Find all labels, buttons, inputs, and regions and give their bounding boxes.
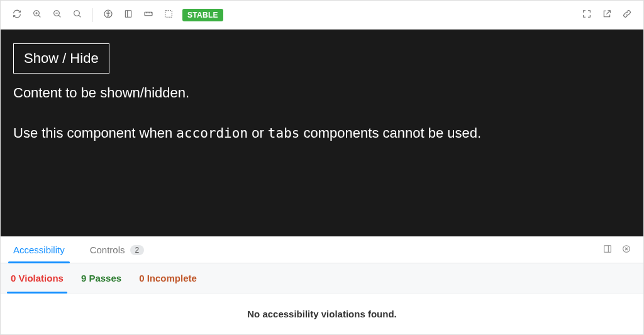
hint-code-1: accordion bbox=[176, 126, 248, 141]
hint-prefix: Use this component when bbox=[13, 125, 176, 141]
remount-button[interactable] bbox=[7, 5, 27, 25]
viewport-icon bbox=[123, 9, 133, 21]
show-hide-button[interactable]: Show / Hide bbox=[13, 43, 109, 74]
outline-tool-button[interactable] bbox=[158, 5, 179, 25]
accessibility-empty-state: No accessibility violations found. bbox=[1, 294, 643, 334]
a11y-tab-incomplete[interactable]: 0 Incomplete bbox=[139, 263, 197, 293]
svg-point-4 bbox=[108, 11, 109, 13]
zoom-reset-icon bbox=[72, 9, 82, 21]
fullscreen-button[interactable] bbox=[577, 5, 597, 25]
addons-hide-button[interactable] bbox=[617, 241, 636, 260]
open-external-icon bbox=[602, 9, 612, 21]
sync-icon bbox=[12, 9, 22, 21]
link-icon bbox=[622, 9, 632, 21]
svg-rect-7 bbox=[165, 11, 172, 18]
addons-orientation-button[interactable] bbox=[598, 241, 617, 260]
zoom-out-icon bbox=[52, 9, 62, 21]
addons-tab-bar: Accessibility Controls 2 bbox=[1, 237, 643, 263]
preview-hint-text: Use this component when accordion or tab… bbox=[13, 125, 631, 141]
zoom-out-button[interactable] bbox=[47, 5, 67, 25]
hint-code-2: tabs bbox=[268, 126, 300, 141]
storybook-toolbar: STABLE bbox=[1, 1, 643, 30]
tab-count-badge: 2 bbox=[130, 245, 145, 255]
addons-panel: Accessibility Controls 2 0 Violations 9 … bbox=[1, 236, 643, 334]
zoom-in-button[interactable] bbox=[27, 5, 47, 25]
tab-label: Accessibility bbox=[13, 244, 65, 255]
empty-message: No accessibility violations found. bbox=[247, 309, 397, 319]
fullscreen-icon bbox=[582, 9, 592, 21]
ruler-icon bbox=[143, 9, 153, 21]
measure-tool-button[interactable] bbox=[138, 5, 158, 25]
tab-controls[interactable]: Controls 2 bbox=[85, 237, 150, 263]
preview-canvas: Show / Hide Content to be shown/hidden. … bbox=[1, 30, 643, 236]
open-new-tab-button[interactable] bbox=[597, 5, 617, 25]
accessibility-icon bbox=[103, 9, 113, 21]
hint-mid: or bbox=[248, 125, 268, 141]
storybook-root: STABLE Show / Hide Content to be shown/h… bbox=[0, 0, 644, 335]
accessibility-result-tabs: 0 Violations 9 Passes 0 Incomplete bbox=[1, 263, 643, 294]
svg-point-2 bbox=[74, 11, 80, 16]
zoom-reset-button[interactable] bbox=[67, 5, 87, 25]
a11y-tab-violations[interactable]: 0 Violations bbox=[11, 263, 64, 293]
svg-rect-8 bbox=[604, 246, 611, 253]
viewport-tool-button[interactable] bbox=[118, 5, 138, 25]
zoom-in-icon bbox=[32, 9, 42, 21]
status-badge: STABLE bbox=[182, 9, 223, 21]
tab-accessibility[interactable]: Accessibility bbox=[8, 237, 70, 263]
svg-rect-5 bbox=[125, 11, 131, 18]
accessibility-tool-button[interactable] bbox=[98, 5, 118, 25]
copy-link-button[interactable] bbox=[617, 5, 637, 25]
outline-icon bbox=[164, 9, 174, 21]
hint-suffix: components cannot be used. bbox=[299, 125, 481, 141]
toolbar-separator bbox=[92, 8, 93, 22]
a11y-tab-passes[interactable]: 9 Passes bbox=[81, 263, 121, 293]
close-circle-icon bbox=[621, 244, 631, 256]
tab-label: Controls bbox=[90, 244, 125, 255]
panel-side-icon bbox=[602, 244, 613, 256]
preview-content-text: Content to be shown/hidden. bbox=[13, 85, 631, 101]
